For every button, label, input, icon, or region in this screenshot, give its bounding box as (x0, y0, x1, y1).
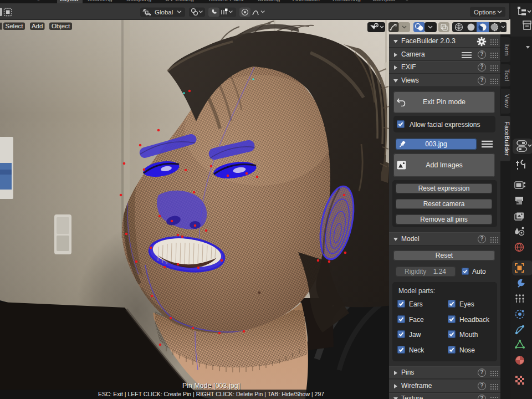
svg-text:Pin Mode [003.jpg]: Pin Mode [003.jpg] (182, 382, 240, 390)
svg-text:Global: Global (155, 9, 173, 16)
svg-text:Select: Select (6, 23, 24, 29)
svg-text:Options: Options (474, 9, 496, 16)
svg-text:ESC: Exit | LEFT CLICK: Create: ESC: Exit | LEFT CLICK: Create Pin | RIG… (98, 391, 324, 397)
svg-text:Object: Object (52, 23, 70, 29)
svg-text:Add: Add (32, 23, 43, 29)
